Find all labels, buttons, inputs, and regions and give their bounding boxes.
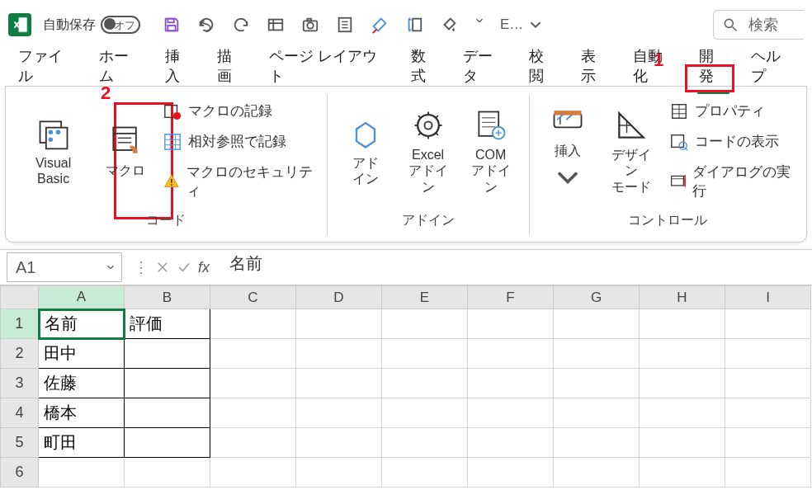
cell[interactable]	[210, 339, 296, 369]
save-button[interactable]	[162, 15, 182, 35]
cell-B1[interactable]: 評価	[125, 309, 210, 339]
cell[interactable]	[296, 369, 382, 398]
row-header[interactable]: 2	[1, 339, 39, 369]
cell-A3[interactable]: 佐藤	[39, 369, 125, 398]
cell[interactable]	[725, 309, 811, 339]
cell[interactable]	[468, 309, 554, 339]
cell-B2[interactable]	[125, 339, 210, 369]
cell-B3[interactable]	[125, 369, 210, 398]
chevron-down-icon[interactable]	[105, 258, 116, 277]
qat-icon-2[interactable]	[335, 15, 355, 35]
cell[interactable]	[640, 398, 725, 428]
cell[interactable]	[640, 458, 725, 488]
formula-input[interactable]: 名前	[218, 252, 812, 282]
relative-ref-button[interactable]: 相対参照で記録	[158, 129, 318, 154]
cell[interactable]	[554, 309, 640, 339]
undo-button[interactable]	[196, 15, 216, 35]
cell[interactable]	[554, 339, 640, 369]
cell[interactable]	[210, 369, 296, 398]
col-header[interactable]: H	[640, 286, 725, 309]
cell[interactable]	[554, 369, 640, 398]
tab-insert[interactable]: 挿入	[153, 41, 205, 91]
tab-home[interactable]: ホーム	[87, 41, 153, 91]
cell[interactable]	[382, 458, 468, 488]
cancel-icon[interactable]	[155, 260, 170, 275]
tab-draw[interactable]: 描画	[205, 41, 257, 91]
cell[interactable]	[296, 458, 382, 488]
cell[interactable]	[725, 428, 811, 458]
paint-bucket-icon[interactable]	[439, 15, 459, 35]
redo-button[interactable]	[231, 15, 251, 35]
cell[interactable]	[554, 428, 640, 458]
cell[interactable]	[296, 339, 382, 369]
enter-icon[interactable]	[177, 260, 191, 275]
row-header[interactable]: 4	[1, 398, 39, 428]
design-mode-button[interactable]: デザイン モード	[601, 93, 662, 209]
col-header[interactable]: B	[125, 286, 210, 309]
col-header[interactable]: E	[382, 286, 468, 309]
cell[interactable]	[725, 458, 811, 488]
cell-B5[interactable]	[125, 428, 210, 458]
cell[interactable]	[725, 369, 811, 398]
addins-button[interactable]: アド イン	[336, 93, 395, 209]
cell[interactable]	[640, 428, 725, 458]
qat-e-button[interactable]: E…	[500, 15, 545, 35]
cell[interactable]	[210, 398, 296, 428]
tab-view[interactable]: 表示	[569, 41, 621, 91]
cell-A4[interactable]: 橋本	[39, 398, 125, 428]
cell[interactable]	[468, 398, 554, 428]
cell[interactable]	[468, 339, 554, 369]
cell[interactable]	[468, 369, 554, 398]
cell[interactable]	[210, 309, 296, 339]
cell[interactable]	[382, 428, 468, 458]
tab-pagelayout[interactable]: ページ レイアウト	[257, 41, 399, 91]
excel-addins-button[interactable]: Excel アドイン	[399, 93, 458, 209]
tab-data[interactable]: データ	[451, 41, 517, 91]
cell[interactable]	[554, 458, 640, 488]
col-header[interactable]: G	[554, 286, 640, 309]
cell-A1[interactable]: 名前	[39, 309, 125, 339]
visual-basic-button[interactable]: Visual Basic	[14, 93, 92, 209]
cell[interactable]	[382, 369, 468, 398]
cell[interactable]	[296, 309, 382, 339]
cell[interactable]	[640, 339, 725, 369]
row-header[interactable]: 6	[1, 458, 39, 488]
col-header[interactable]: F	[468, 286, 554, 309]
tab-formulas[interactable]: 数式	[399, 41, 451, 91]
cell-A5[interactable]: 町田	[39, 428, 125, 458]
cell[interactable]	[468, 428, 554, 458]
insert-control-button[interactable]: 挿入	[538, 93, 597, 209]
tab-file[interactable]: ファイル	[7, 41, 87, 91]
col-header[interactable]: I	[725, 286, 811, 309]
row-header[interactable]: 1	[1, 309, 39, 339]
cell-B4[interactable]	[125, 398, 210, 428]
com-addins-button[interactable]: COM アドイン	[461, 93, 521, 209]
cell[interactable]	[382, 309, 468, 339]
run-dialog-button[interactable]: ダイアログの実行	[665, 159, 798, 204]
cell[interactable]	[640, 309, 725, 339]
cell[interactable]	[382, 398, 468, 428]
spreadsheet-grid[interactable]: A B C D E F G H I 1 名前 評価 2 田中 3 佐藤	[0, 285, 812, 488]
cell[interactable]	[468, 458, 554, 488]
search-box[interactable]: 検索	[713, 10, 804, 40]
cell[interactable]	[39, 458, 125, 488]
autosave-toggle[interactable]: オフ	[101, 16, 140, 34]
eraser-icon[interactable]	[370, 15, 389, 35]
autosave-control[interactable]: 自動保存 オフ	[43, 16, 140, 34]
cell[interactable]	[640, 369, 725, 398]
cell[interactable]	[210, 458, 296, 488]
camera-icon[interactable]	[300, 15, 320, 35]
resize-icon[interactable]	[404, 15, 424, 35]
cell[interactable]	[382, 339, 468, 369]
select-all-corner[interactable]	[1, 286, 39, 309]
row-header[interactable]: 3	[1, 369, 39, 398]
tab-review[interactable]: 校閲	[517, 41, 569, 91]
cell-A2[interactable]: 田中	[39, 339, 125, 369]
cell[interactable]	[296, 398, 382, 428]
col-header[interactable]: D	[296, 286, 382, 309]
fx-icon[interactable]: fx	[198, 259, 210, 276]
cell[interactable]	[210, 428, 296, 458]
col-header[interactable]: C	[210, 286, 296, 309]
qat-icon-1[interactable]	[266, 15, 286, 35]
view-code-button[interactable]: コードの表示	[665, 129, 798, 154]
